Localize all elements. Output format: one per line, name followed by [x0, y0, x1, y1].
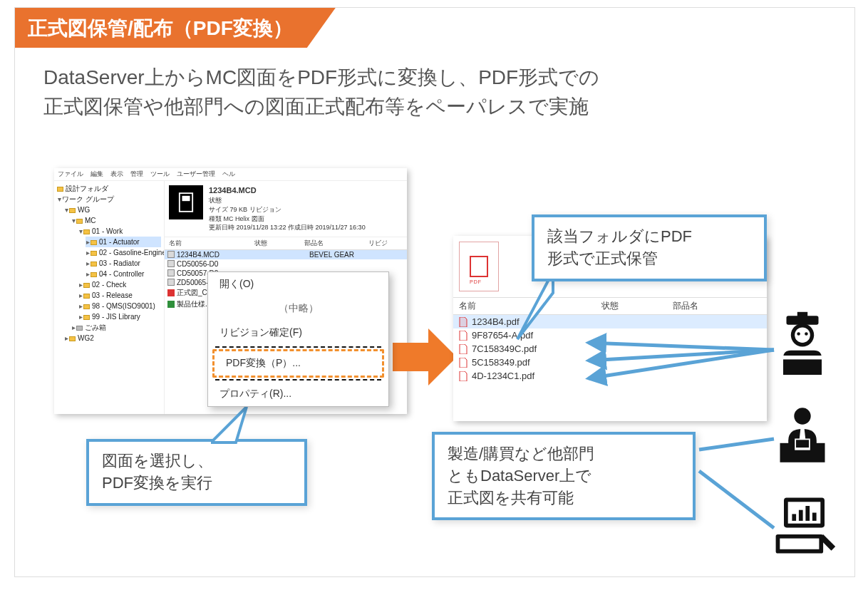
tree-actuator[interactable]: 01 - Actuator — [99, 238, 140, 246]
pdf-file-icon — [459, 371, 467, 381]
ctx-revision[interactable]: リビジョン確定(F) — [208, 321, 388, 345]
svg-line-5 — [589, 343, 774, 350]
col-rev[interactable]: リビジ — [364, 237, 393, 249]
menu-view[interactable]: 表示 — [110, 170, 123, 179]
svg-rect-11 — [797, 312, 807, 317]
tree-check[interactable]: 02 - Check — [92, 281, 126, 289]
svg-point-17 — [794, 408, 810, 424]
pdf-row[interactable]: 1234B4.pdf — [453, 315, 767, 328]
tree-wg[interactable]: WG — [78, 206, 90, 214]
file-row[interactable]: 1234B4.MCDBEVEL GEAR — [165, 250, 407, 259]
col-state[interactable]: 状態 — [596, 298, 667, 314]
pdf-filename: 1234B4.pdf — [472, 316, 520, 327]
column-header[interactable]: 名前 状態 部品名 リビジ — [165, 237, 407, 250]
tree-wg2[interactable]: WG2 — [78, 334, 94, 342]
tree-wg-root[interactable]: ワーク グループ — [62, 195, 114, 203]
menu-tool[interactable]: ツール — [150, 170, 170, 179]
ctx-properties[interactable]: プロパティ(R)... — [208, 382, 388, 406]
pdf-filename: 4D-1234C1.pdf — [472, 371, 534, 381]
svg-rect-21 — [796, 440, 809, 447]
callout-c-line2: ともDataServer上で — [448, 465, 680, 487]
ctx-open[interactable]: 開く(O) — [208, 272, 388, 296]
preview-type: 種類 MC Helix 図面 — [209, 214, 366, 224]
conversion-arrow-icon — [393, 328, 457, 385]
worker-icon — [770, 311, 835, 375]
file-row[interactable]: CD50056-D0 — [165, 259, 407, 269]
callout-c-line1: 製造/購買など他部門 — [448, 443, 680, 465]
tree-01[interactable]: 01 - Work — [92, 227, 123, 235]
pdf-file-icon — [459, 331, 467, 341]
col-part[interactable]: 部品名 — [300, 237, 364, 249]
subtitle: DataServer上からMC図面をPDF形式に変換し、PDF形式での 正式図保… — [43, 63, 599, 121]
context-menu[interactable]: 開く(O) （中略） リビジョン確定(F) PDF変換（P）... プロパティ(… — [207, 271, 389, 407]
col-part[interactable]: 部品名 — [667, 298, 738, 314]
svg-rect-16 — [783, 356, 822, 359]
svg-line-8 — [699, 439, 774, 450]
file-part: BEVEL GEAR — [309, 251, 354, 259]
menu-edit[interactable]: 編集 — [91, 170, 103, 179]
folder-tree[interactable]: 設計フォルダ ▾ワーク グループ ▾WG ▾MC ▾01 - Work ▸01 … — [54, 181, 165, 414]
pdf-thumbnail-icon — [459, 242, 499, 291]
tree-release[interactable]: 03 - Release — [92, 291, 133, 299]
callout-a-line2: 形式で正式保管 — [547, 248, 751, 270]
title-text: 正式図保管/配布（PDF変換） — [28, 17, 293, 39]
ctx-separator — [215, 346, 381, 348]
preview-status: 状態 — [209, 196, 366, 205]
callout-a-line1: 該当フォルダにPDF — [547, 226, 751, 248]
drawing-thumbnail-icon — [169, 185, 203, 219]
svg-marker-4 — [211, 407, 247, 442]
tree-jis[interactable]: 99 - JIS Library — [92, 313, 140, 321]
menu-user[interactable]: ユーザー管理 — [177, 170, 215, 179]
svg-rect-10 — [787, 316, 819, 325]
office-worker-icon — [770, 403, 835, 467]
column-header[interactable]: 名前 状態 部品名 — [453, 297, 767, 315]
svg-rect-25 — [799, 510, 803, 521]
tree-qms[interactable]: 98 - QMS(ISO9001) — [92, 302, 155, 310]
svg-point-15 — [805, 332, 808, 336]
col-name[interactable]: 名前 — [165, 237, 250, 249]
tree-trash[interactable]: ごみ箱 — [85, 324, 106, 331]
menu-manage[interactable]: 管理 — [130, 170, 143, 179]
svg-line-9 — [699, 471, 774, 528]
pdf-file-icon — [459, 317, 467, 327]
callout-c-line3: 正式図を共有可能 — [448, 487, 680, 509]
callout-share-depts: 製造/購買など他部門 ともDataServer上で 正式図を共有可能 — [432, 432, 696, 520]
pdf-filename: 7C158349C.pdf — [472, 343, 537, 354]
svg-marker-2 — [393, 328, 457, 385]
file-name: 1234B4.MCD — [177, 251, 255, 259]
col-state[interactable]: 状態 — [250, 237, 300, 249]
svg-point-14 — [797, 332, 800, 336]
preview-updated: 更新日時 2019/11/28 13:22 作成日時 2019/11/27 16… — [209, 223, 366, 232]
tree-controller[interactable]: 04 - Controller — [99, 270, 144, 278]
callout-pdf-storage: 該当フォルダにPDF 形式で正式保管 — [532, 214, 767, 281]
svg-marker-3 — [517, 271, 553, 339]
menu-help[interactable]: ヘル — [222, 170, 235, 179]
subtitle-line1: DataServer上からMC図面をPDF形式に変換し、PDF形式での — [43, 63, 599, 93]
connector-arrow-icon — [696, 464, 781, 542]
callout-tail-icon — [514, 271, 557, 343]
diagram-canvas: 正式図保管/配布（PDF変換） DataServer上からMC図面をPDF形式に… — [14, 7, 855, 577]
pdf-file-icon — [459, 344, 467, 354]
ctx-separator — [215, 379, 381, 381]
callout-select-convert: 図面を選択し、 PDF変換を実行 — [86, 439, 307, 506]
pdf-file-icon — [459, 358, 467, 368]
share-arrow-icon — [585, 332, 785, 418]
tree-root[interactable]: 設計フォルダ — [66, 185, 108, 192]
svg-rect-1 — [182, 196, 190, 201]
subtitle-line2: 正式図保管や他部門への図面正式配布等をペーパレスで実施 — [43, 93, 599, 122]
preview-size: サイズ 79 KB リビジョン — [209, 205, 366, 214]
callout-b-line1: 図面を選択し、 — [102, 450, 291, 472]
title-ribbon: 正式図保管/配布（PDF変換） — [15, 8, 336, 48]
tree-radiator[interactable]: 03 - Radiator — [99, 259, 140, 267]
ctx-pdf-convert[interactable]: PDF変換（P）... — [215, 351, 382, 376]
connector-arrow-icon — [696, 421, 781, 457]
callout-tail-icon — [211, 403, 261, 446]
menubar[interactable]: ファイル 編集 表示 管理 ツール ユーザー管理 ヘル — [54, 168, 407, 181]
svg-rect-26 — [805, 506, 810, 521]
svg-rect-24 — [792, 514, 796, 521]
tree-engine[interactable]: 02 - Gasoline-Engine — [99, 249, 165, 257]
analyst-icon — [770, 492, 838, 560]
tree-mc[interactable]: MC — [85, 217, 96, 224]
preview-filename: 1234B4.MCD — [209, 185, 366, 196]
menu-file[interactable]: ファイル — [58, 170, 83, 179]
